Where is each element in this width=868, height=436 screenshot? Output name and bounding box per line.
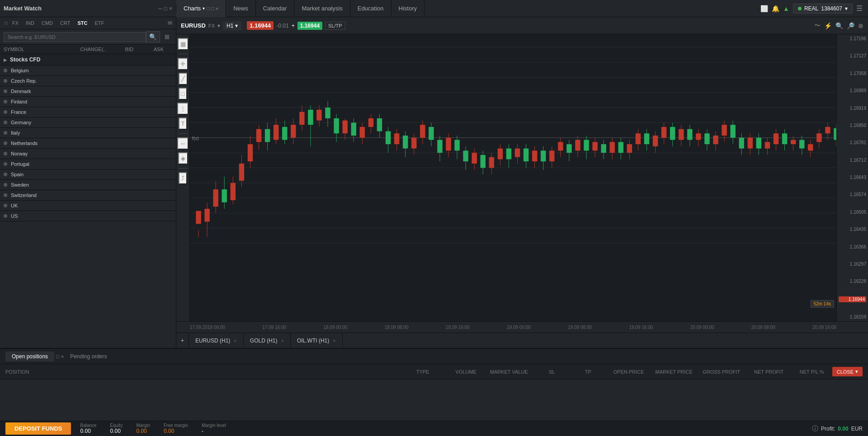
indicators-icon[interactable]: ⚡ <box>824 22 832 29</box>
line-tool[interactable]: ╱ <box>179 73 188 85</box>
tab-charts[interactable]: Charts ▾ □ □ × <box>176 0 226 17</box>
tab-cmd[interactable]: CMD <box>38 19 57 27</box>
favorites-icon[interactable]: ☆ <box>4 20 9 26</box>
tab-etf[interactable]: ETF <box>91 19 108 27</box>
svg-rect-47 <box>325 108 330 118</box>
zoom-in-icon[interactable]: 🔎 <box>847 22 854 29</box>
bottom-panel-header: Open positions □ × Pending orders <box>0 349 868 364</box>
balance-item-margin-level: Margin level - <box>202 423 226 434</box>
pair-dropdown-icon[interactable]: ▾ <box>217 23 220 29</box>
list-item[interactable]: Switzerland <box>0 190 176 201</box>
zoom-out-icon[interactable]: 🔍 <box>835 22 843 29</box>
list-item[interactable]: Finland <box>0 97 176 107</box>
sl-tp-button[interactable]: SL/TP <box>325 22 345 30</box>
timeframe-button[interactable]: H1 ▾ <box>223 21 241 30</box>
search-button[interactable]: 🔍 <box>146 31 160 42</box>
list-item[interactable]: Italy <box>0 128 176 138</box>
balance-value: 0.00 <box>80 428 96 434</box>
fib-tool[interactable]: ⋮ <box>177 103 189 115</box>
tab-education[interactable]: Education <box>350 0 392 17</box>
group-stocks-cfd[interactable]: ▶ Stocks CFD <box>0 54 176 66</box>
tab-ind[interactable]: IND <box>22 19 38 27</box>
pair-selector: EURUSD FX ▾ H1 ▾ <box>181 21 241 30</box>
list-item[interactable]: Czech Rep. <box>0 76 176 86</box>
grid-view-button[interactable]: ⊞ <box>162 32 172 42</box>
col-net-profit: NET PROFIT <box>746 369 792 375</box>
monitor-icon[interactable]: ⬜ <box>760 5 768 12</box>
tab-history[interactable]: History <box>392 0 425 17</box>
email-icon[interactable]: ✉ <box>168 20 172 26</box>
tab-icon-1[interactable]: □ <box>56 354 59 359</box>
tab-stc[interactable]: STC <box>74 19 91 27</box>
svg-rect-21 <box>213 189 218 206</box>
table-header: SYMBOL CHANGE(.. BID ASK <box>0 45 176 54</box>
share-tool[interactable]: ⤴ <box>179 172 187 184</box>
tab-calendar[interactable]: Calendar <box>256 0 295 17</box>
svg-rect-85 <box>489 157 494 168</box>
svg-rect-117 <box>627 144 632 153</box>
list-item[interactable]: UK <box>0 201 176 211</box>
tab-fx[interactable]: FX <box>9 19 22 27</box>
rectangle-tool[interactable]: □ <box>179 88 188 100</box>
list-item[interactable]: Denmark <box>0 86 176 97</box>
list-item[interactable]: Belgium <box>0 66 176 76</box>
minimize-icon[interactable]: ─ <box>158 5 162 12</box>
chart-tab-gold[interactable]: GOLD (H1) × <box>244 333 291 348</box>
search-input[interactable] <box>4 32 146 42</box>
measure-tool[interactable]: ↔ <box>177 137 189 150</box>
window-controls: ─ □ × <box>158 5 172 12</box>
time-label: 18.09 00:00 <box>323 325 347 330</box>
info-icon: ⓘ <box>812 425 818 433</box>
restore-icon[interactable]: □ <box>164 5 167 12</box>
close-oil-tab[interactable]: × <box>333 338 335 343</box>
chart-canvas-wrapper: ▦ ✛ ╱ □ ⋮ T ↔ ◈ ⤴ 1.17196 1.17127 1.1705… <box>176 34 868 321</box>
list-item[interactable]: Norway <box>0 149 176 159</box>
svg-rect-141 <box>730 125 735 138</box>
text-tool[interactable]: T <box>179 117 188 130</box>
svg-rect-79 <box>463 150 468 161</box>
layers-tool[interactable]: ◈ <box>178 152 188 164</box>
tab-pending-orders[interactable]: Pending orders <box>64 352 113 361</box>
symbol-dot <box>4 214 7 218</box>
tab-news[interactable]: News <box>226 0 256 17</box>
crosshair-tool[interactable]: ✛ <box>178 58 188 70</box>
settings-icon[interactable]: ⊕ <box>858 22 863 29</box>
list-item[interactable]: Netherlands <box>0 138 176 149</box>
svg-rect-57 <box>368 118 373 127</box>
list-item[interactable]: Spain <box>0 169 176 180</box>
symbol-list: ▶ Stocks CFD Belgium Czech Rep. Denmark … <box>0 54 176 348</box>
svg-rect-43 <box>308 110 313 125</box>
chart-tab-eurusd[interactable]: EURUSD (H1) × <box>189 333 244 348</box>
svg-rect-45 <box>316 110 321 121</box>
hamburger-icon[interactable]: ☰ <box>856 4 863 13</box>
list-item[interactable]: Sweden <box>0 180 176 190</box>
chart-type-icon[interactable]: 〜 <box>814 22 821 30</box>
deposit-button[interactable]: DEPOSIT FUNDS <box>5 422 71 435</box>
list-item[interactable]: Germany <box>0 117 176 128</box>
account-badge[interactable]: REAL 1384607 ▾ <box>793 4 853 14</box>
svg-rect-155 <box>791 140 796 145</box>
tab-market-analysis[interactable]: Market analysis <box>294 0 350 17</box>
svg-rect-25 <box>231 183 236 200</box>
close-all-button[interactable]: CLOSE ▾ <box>832 367 863 376</box>
svg-rect-149 <box>765 142 770 148</box>
chart-tab-oil[interactable]: OIL.WTI (H1) × <box>291 333 343 348</box>
tab-crt[interactable]: CRT <box>57 19 74 27</box>
close-window-icon[interactable]: × <box>169 5 172 12</box>
close-gold-tab[interactable]: × <box>281 338 283 343</box>
svg-rect-31 <box>256 129 261 142</box>
list-item[interactable]: Portugal <box>0 159 176 169</box>
pair-name[interactable]: EURUSD <box>181 22 206 29</box>
list-item[interactable]: US <box>0 211 176 221</box>
add-chart-button[interactable]: + <box>176 333 189 348</box>
price-display: 1.16944 -0.01 + 1.16944 SL/TP <box>247 21 345 30</box>
col-net-pl: NET P/L % <box>792 369 832 375</box>
chart-indicator-btn[interactable]: ▦ <box>178 38 189 50</box>
list-item[interactable]: France <box>0 107 176 117</box>
close-eurusd-tab[interactable]: × <box>234 338 236 343</box>
tab-open-positions[interactable]: Open positions <box>5 352 54 361</box>
svg-rect-143 <box>739 138 744 149</box>
svg-rect-51 <box>342 121 347 134</box>
bell-icon[interactable]: 🔔 <box>772 5 779 12</box>
symbol-dot <box>4 173 7 176</box>
